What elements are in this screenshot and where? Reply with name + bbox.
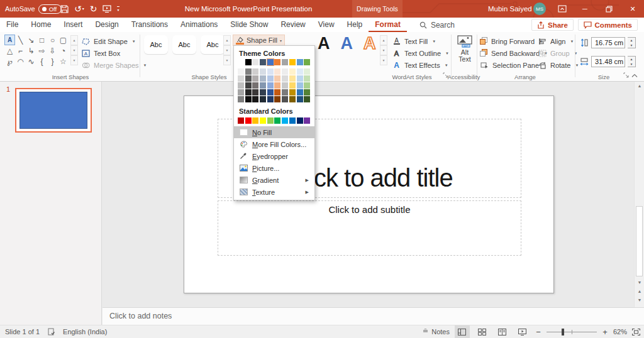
shape-star-icon[interactable]: ☆ bbox=[58, 56, 69, 67]
scroll-up-icon[interactable]: ▲ bbox=[223, 35, 231, 45]
slide-show-view-button[interactable] bbox=[515, 325, 530, 338]
color-swatch[interactable] bbox=[297, 117, 303, 124]
menu-item-texture[interactable]: Texture ▶ bbox=[234, 186, 314, 198]
collapse-ribbon-button[interactable] bbox=[631, 72, 640, 78]
tab-transitions[interactable]: Transitions bbox=[125, 18, 174, 32]
next-slide-button[interactable]: ▼ bbox=[635, 298, 644, 302]
group-button[interactable]: Group ▼ bbox=[538, 47, 579, 59]
rotate-button[interactable]: Rotate ▼ bbox=[538, 59, 579, 71]
save-button[interactable] bbox=[60, 5, 69, 13]
tab-file[interactable]: File bbox=[0, 18, 25, 32]
text-effects-button[interactable]: A Text Effects ▼ bbox=[392, 59, 449, 71]
tab-design[interactable]: Design bbox=[89, 18, 125, 32]
drawing-tools-contextual-tab[interactable]: Drawing Tools bbox=[352, 0, 402, 18]
gallery-more-icon[interactable]: ▼ bbox=[223, 55, 231, 65]
shape-right-arrow-icon[interactable]: ⇨ bbox=[36, 45, 47, 56]
color-swatch[interactable] bbox=[238, 75, 244, 82]
color-swatch[interactable] bbox=[245, 89, 252, 95]
align-button[interactable]: Align ▼ bbox=[538, 35, 579, 47]
color-swatch[interactable] bbox=[274, 68, 280, 75]
color-swatch[interactable] bbox=[274, 82, 280, 89]
gallery-more-icon[interactable]: ▼ bbox=[380, 55, 387, 65]
color-swatch[interactable] bbox=[282, 82, 288, 89]
color-swatch[interactable] bbox=[245, 117, 252, 124]
color-swatch[interactable] bbox=[289, 59, 296, 65]
color-swatch[interactable] bbox=[260, 89, 266, 95]
menu-item-no-fill[interactable]: No Fill bbox=[234, 126, 314, 138]
color-swatch[interactable] bbox=[252, 89, 258, 95]
wordart-preview-black[interactable]: A bbox=[318, 34, 330, 53]
scroll-up-icon[interactable]: ▲ bbox=[635, 84, 644, 88]
previous-slide-button[interactable]: ▲ bbox=[635, 289, 644, 293]
color-swatch[interactable] bbox=[260, 68, 266, 75]
shape-scribble-icon[interactable]: ℘ bbox=[4, 56, 15, 67]
shape-text-box-icon[interactable]: A bbox=[4, 35, 15, 45]
slide-thumbnail[interactable] bbox=[15, 88, 92, 133]
tab-slide-show[interactable]: Slide Show bbox=[224, 18, 274, 32]
color-swatch[interactable] bbox=[252, 59, 258, 65]
reading-view-button[interactable] bbox=[495, 325, 510, 338]
subtitle-placeholder[interactable]: Click to add subtitle bbox=[218, 200, 521, 256]
color-swatch[interactable] bbox=[260, 75, 266, 82]
color-swatch[interactable] bbox=[304, 89, 310, 95]
color-swatch[interactable] bbox=[297, 68, 303, 75]
start-from-beginning-button[interactable] bbox=[103, 5, 111, 13]
shape-left-brace-icon[interactable]: { bbox=[36, 56, 47, 67]
shape-height-input[interactable]: 16.75 cm bbox=[591, 37, 625, 48]
color-swatch[interactable] bbox=[297, 82, 303, 89]
color-swatch[interactable] bbox=[238, 96, 244, 102]
gallery-more-icon[interactable]: ▼ bbox=[70, 55, 78, 65]
autosave-toggle[interactable]: AutoSave Off bbox=[5, 3, 62, 14]
color-swatch[interactable] bbox=[245, 59, 252, 65]
text-box-button[interactable]: A Text Box bbox=[81, 47, 147, 59]
share-button[interactable]: Share bbox=[531, 19, 574, 31]
edit-shape-button[interactable]: Edit Shape ▼ bbox=[81, 35, 147, 47]
color-swatch[interactable] bbox=[304, 75, 310, 82]
scroll-down-icon[interactable]: ▼ bbox=[70, 45, 78, 55]
scroll-down-icon[interactable]: ▼ bbox=[380, 45, 387, 55]
tab-help[interactable]: Help bbox=[341, 18, 369, 32]
color-swatch[interactable] bbox=[304, 68, 310, 75]
color-swatch[interactable] bbox=[274, 59, 280, 65]
user-name[interactable]: Mubin Saiyed bbox=[488, 0, 532, 18]
zoom-slider-knob[interactable] bbox=[562, 329, 564, 335]
color-swatch[interactable] bbox=[267, 59, 274, 65]
proofing-icon[interactable] bbox=[48, 328, 55, 335]
color-swatch[interactable] bbox=[304, 59, 310, 65]
color-swatch[interactable] bbox=[245, 96, 252, 102]
vertical-scrollbar[interactable]: ▲ ▼ ▲ ▼ bbox=[634, 82, 644, 307]
menu-item-eyedropper[interactable]: Eyedropper bbox=[234, 150, 314, 162]
color-swatch[interactable] bbox=[304, 82, 310, 89]
shape-down-arrow-icon[interactable]: ⇩ bbox=[47, 45, 58, 56]
undo-caret-icon[interactable]: ▾ bbox=[82, 7, 84, 11]
color-swatch[interactable] bbox=[238, 59, 244, 65]
color-swatch[interactable] bbox=[297, 75, 303, 82]
color-swatch[interactable] bbox=[282, 68, 288, 75]
slide-sorter-view-button[interactable] bbox=[475, 325, 490, 338]
shape-fill-button[interactable]: Shape Fill ▾ bbox=[233, 35, 285, 46]
zoom-slider[interactable] bbox=[547, 325, 597, 338]
color-swatch[interactable] bbox=[289, 75, 296, 82]
color-swatch[interactable] bbox=[267, 68, 274, 75]
zoom-level[interactable]: 62% bbox=[613, 328, 627, 335]
notes-toggle-button[interactable]: Notes bbox=[422, 328, 450, 335]
shape-elbow-arrow-connector-icon[interactable]: ↳ bbox=[26, 45, 36, 56]
shape-style-preview-3[interactable]: Abc bbox=[201, 35, 225, 54]
language-indicator[interactable]: English (India) bbox=[63, 328, 107, 335]
color-swatch[interactable] bbox=[245, 68, 252, 75]
avatar[interactable]: MS bbox=[533, 3, 546, 15]
minimize-button[interactable]: ─ bbox=[574, 0, 596, 18]
stepper-down-icon[interactable]: ▼ bbox=[630, 43, 633, 48]
tab-view[interactable]: View bbox=[312, 18, 341, 32]
tab-format[interactable]: Format bbox=[369, 18, 407, 32]
tab-animations[interactable]: Animations bbox=[174, 18, 224, 32]
shape-right-brace-icon[interactable]: } bbox=[47, 56, 58, 67]
color-swatch[interactable] bbox=[289, 68, 296, 75]
color-swatch[interactable] bbox=[260, 82, 266, 89]
color-swatch[interactable] bbox=[289, 117, 296, 124]
zoom-in-button[interactable]: + bbox=[602, 327, 608, 337]
notes-placeholder[interactable]: Click to add notes bbox=[109, 308, 172, 325]
color-swatch[interactable] bbox=[282, 117, 288, 124]
color-swatch[interactable] bbox=[274, 75, 280, 82]
tab-home[interactable]: Home bbox=[25, 18, 57, 32]
